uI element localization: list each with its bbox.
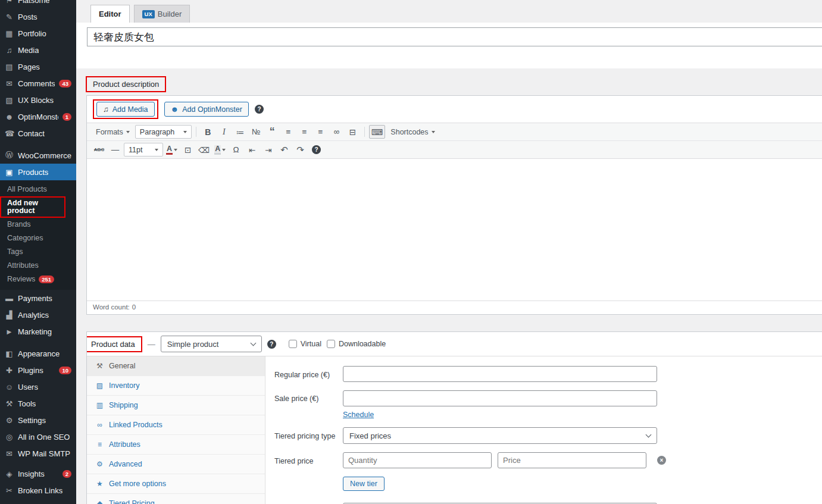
add-optinmonster-button[interactable]: ☻Add OptinMonster <box>164 102 249 117</box>
submenu-item-brands[interactable]: Brands <box>0 218 76 231</box>
sidebar-item-users[interactable]: ☺Users <box>0 378 76 395</box>
submenu-item-categories[interactable]: Categories <box>0 231 76 245</box>
sidebar-item-products[interactable]: ▣Products <box>0 164 76 180</box>
sidebar-item-aioseo[interactable]: ◎All in One SEO <box>0 428 76 445</box>
formats-dropdown[interactable]: Formats <box>92 127 134 137</box>
text-color-button[interactable]: A <box>164 143 179 156</box>
sidebar-item-posts[interactable]: ✎Posts <box>0 8 76 25</box>
virtual-option[interactable]: Virtual <box>289 340 321 348</box>
sidebar-item-insights[interactable]: ◈Insights2 <box>0 465 76 482</box>
bulleted-list-button[interactable]: ≔ <box>233 125 248 139</box>
shortcodes-dropdown[interactable]: Shortcodes <box>386 127 439 137</box>
clear-formatting-button[interactable]: ⌫ <box>196 143 211 156</box>
product-data-tab-shipping[interactable]: ▥Shipping <box>87 396 265 415</box>
sidebar-item-media[interactable]: ♫Media <box>0 42 76 58</box>
add-media-button[interactable]: ♫Add Media <box>96 102 155 117</box>
text-color-icon: A <box>166 145 173 155</box>
sidebar-item-languages[interactable]: ⊕Languages <box>0 499 76 504</box>
outdent-button[interactable]: ⇤ <box>245 143 260 156</box>
sidebar-item-payments[interactable]: ▬Payments <box>0 290 76 306</box>
sidebar-item-comments[interactable]: ✉Comments43 <box>0 75 76 92</box>
sidebar-item-flatsome[interactable]: ⚑Flatsome <box>0 0 76 8</box>
sidebar-item-ux-blocks[interactable]: ▧UX Blocks <box>0 92 76 108</box>
sidebar-item-contact[interactable]: ☎Contact <box>0 125 76 142</box>
submenu-item-add-new-product[interactable]: Add new product <box>0 196 65 218</box>
submenu-item-all-products[interactable]: All Products <box>0 183 76 196</box>
appearance-icon: ◧ <box>5 349 14 358</box>
virtual-checkbox[interactable] <box>289 340 297 348</box>
product-data-tab-inventory[interactable]: ▨Inventory <box>87 376 265 396</box>
sidebar-item-analytics[interactable]: ▟Analytics <box>0 306 76 323</box>
product-description-section: Product description <box>86 76 822 92</box>
sidebar-item-tools[interactable]: ⚒Tools <box>0 395 76 412</box>
sidebar-item-label: Insights <box>18 469 45 478</box>
schedule-link[interactable]: Schedule <box>343 411 374 419</box>
sidebar-item-settings[interactable]: ⚙Settings <box>0 412 76 428</box>
submenu-item-reviews[interactable]: Reviews251 <box>0 273 76 286</box>
editor-content-area[interactable] <box>87 159 822 300</box>
numbered-list-button[interactable]: № <box>249 125 264 139</box>
bold-button[interactable]: B <box>201 125 215 139</box>
product-description-label: Product description <box>93 80 159 89</box>
paste-as-text-button[interactable]: ⊡ <box>180 143 195 156</box>
sidebar-item-pages[interactable]: ▤Pages <box>0 58 76 75</box>
sidebar-item-woocommerce[interactable]: ⓌWooCommerce <box>0 147 76 164</box>
product-data-tab-advanced[interactable]: ⚙Advanced <box>87 455 265 474</box>
special-character-button[interactable]: Ω <box>229 143 243 156</box>
link-button[interactable]: ∞ <box>329 125 344 139</box>
font-size-select[interactable]: 11pt <box>124 143 163 156</box>
editor-help-button[interactable]: ? <box>309 143 324 156</box>
tab-editor[interactable]: Editor <box>90 5 130 23</box>
sidebar-item-label: Comments <box>18 79 55 88</box>
price-input[interactable] <box>498 452 646 468</box>
sidebar-item-marketing[interactable]: ►Marketing <box>0 323 76 340</box>
indent-button[interactable]: ⇥ <box>261 143 276 156</box>
sidebar-item-portfolio[interactable]: ▦Portfolio <box>0 25 76 42</box>
sidebar-item-wp-mail-smtp[interactable]: ✉WP Mail SMTP <box>0 445 76 462</box>
align-center-button[interactable]: ≡ <box>297 125 312 139</box>
sidebar-item-plugins[interactable]: ✚Plugins10 <box>0 362 76 378</box>
remove-tier-icon[interactable]: × <box>657 456 666 465</box>
chevron-down-icon <box>432 131 435 135</box>
submenu-item-attributes[interactable]: Attributes <box>0 259 76 273</box>
product-data-tab-get-more-options[interactable]: ★Get more options <box>87 474 265 494</box>
sidebar-item-broken-links[interactable]: ✂Broken Links <box>0 482 76 499</box>
help-icon[interactable]: ? <box>267 340 276 349</box>
product-data-tab-tiered-pricing[interactable]: ◆Tiered Pricing <box>87 494 265 504</box>
paragraph-select[interactable]: Paragraph <box>135 125 192 139</box>
align-left-button[interactable]: ≡ <box>281 125 296 139</box>
tiered-pricing-type-select[interactable]: Fixed prices <box>343 427 657 444</box>
main-content: Editor UXBuilder Product description ♫Ad… <box>76 0 822 504</box>
horizontal-rule-button[interactable]: — <box>108 143 123 156</box>
italic-button[interactable]: I <box>217 125 232 139</box>
regular-price-input[interactable] <box>343 366 657 382</box>
product-type-select[interactable]: Simple product <box>161 336 262 352</box>
product-title-input[interactable] <box>87 27 822 46</box>
downloadable-option[interactable]: Downloadable <box>327 340 386 348</box>
undo-button[interactable]: ↶ <box>277 143 292 156</box>
count-badge: 1 <box>62 113 71 121</box>
product-data-tab-attributes[interactable]: ≡Attributes <box>87 435 265 455</box>
sidebar-item-appearance[interactable]: ◧Appearance <box>0 345 76 362</box>
strikethrough-button[interactable]: ABC <box>92 143 107 156</box>
tab-label: Linked Products <box>109 421 162 429</box>
tab-label: Get more options <box>109 480 166 488</box>
product-data-tab-linked-products[interactable]: ∞Linked Products <box>87 415 265 435</box>
read-more-button[interactable]: ⊟ <box>345 125 360 139</box>
annotation-box: ♫Add Media <box>93 99 158 119</box>
sale-price-input[interactable] <box>343 390 657 406</box>
quantity-input[interactable] <box>343 452 492 468</box>
sidebar-item-optinmonster[interactable]: ☻OptinMonster1 <box>0 108 76 125</box>
align-right-button[interactable]: ≡ <box>313 125 328 139</box>
submenu-item-tags[interactable]: Tags <box>0 245 76 259</box>
blockquote-button[interactable]: “ <box>265 125 280 139</box>
redo-button[interactable]: ↷ <box>293 143 308 156</box>
sidebar-item-label: Analytics <box>18 311 49 320</box>
keyboard-shortcuts-button[interactable]: ⌨ <box>369 125 386 139</box>
highlight-color-button[interactable]: A <box>212 143 227 156</box>
product-data-tab-general[interactable]: ⚒General <box>87 356 265 376</box>
help-icon[interactable]: ? <box>255 105 264 114</box>
new-tier-button[interactable]: New tier <box>343 477 385 491</box>
downloadable-checkbox[interactable] <box>327 340 335 348</box>
tab-ux-builder[interactable]: UXBuilder <box>134 5 190 23</box>
